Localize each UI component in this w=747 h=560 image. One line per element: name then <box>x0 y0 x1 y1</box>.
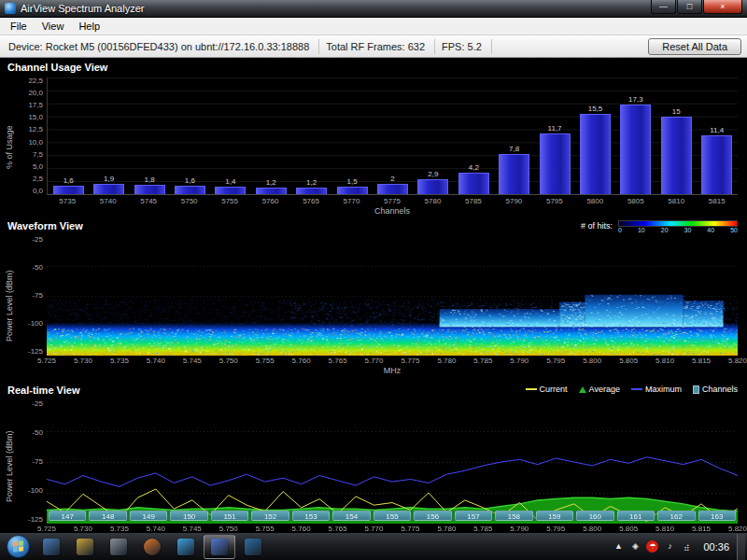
taskbar-app-browser[interactable] <box>136 535 168 559</box>
channel-tick-label: 5790 <box>496 197 531 205</box>
bar-value-label: 1,5 <box>346 177 357 186</box>
usage-bar-column: 15,5 <box>577 77 613 194</box>
channel-tick-label: 5760 <box>252 197 288 205</box>
tick-label: 5.735 <box>110 525 129 532</box>
reset-all-data-button[interactable]: Reset All Data <box>648 38 741 55</box>
channel-badge: 147 <box>49 511 86 521</box>
tick-label: 5.815 <box>692 357 711 365</box>
bar-value-label: 1,2 <box>266 178 276 187</box>
tick-label: -25 <box>32 400 43 408</box>
tick-label: -75 <box>32 292 43 300</box>
taskbar-app-1-icon <box>43 539 60 555</box>
menu-view[interactable]: View <box>35 19 72 34</box>
tick-label: 5.800 <box>583 357 601 365</box>
usage-bar-column: 17,3 <box>618 77 654 194</box>
waveform-spectrogram <box>47 236 738 356</box>
usage-bar <box>53 186 84 194</box>
realtime-chart: 1471481491501511521531541551561571581591… <box>47 400 738 524</box>
screen: AirView Spectrum Analyzer — □ × File Vie… <box>0 0 747 560</box>
usage-bar <box>377 184 408 194</box>
taskbar-app-4[interactable] <box>170 535 202 559</box>
channel-tick-label: 5740 <box>90 197 125 205</box>
tick-label: 7,5 <box>33 151 43 159</box>
tick-label: 5.800 <box>583 525 601 532</box>
system-tray: ▲◈☂♪⣴ <box>613 540 696 553</box>
tick-label: -100 <box>28 320 43 328</box>
realtime-y-axis-label: Power Level (dBm) <box>4 400 15 532</box>
channel-tick-label: 5745 <box>131 197 166 205</box>
tick-label: 5.785 <box>473 525 492 532</box>
realtime-y-ticks: -25-50-75-100-125 <box>15 400 47 524</box>
tick-label: 5.760 <box>292 357 311 365</box>
tray-network-icon[interactable]: ⣴ <box>681 540 692 553</box>
channel-badge: 158 <box>495 511 532 521</box>
start-button[interactable] <box>7 535 30 558</box>
usage-y-ticks: 22,520,017,515,012,510,07,55,02,50,0 <box>15 77 47 195</box>
realtime-legend: CurrentAverageMaximumChannels <box>526 385 738 394</box>
tray-avira-icon[interactable]: ☂ <box>646 540 658 553</box>
channel-badge: 160 <box>576 511 613 521</box>
tick-label: 5.805 <box>619 525 638 532</box>
taskbar-app-2-icon <box>77 539 93 555</box>
close-button[interactable]: × <box>703 0 742 14</box>
tick-label: 5.740 <box>147 357 165 365</box>
tick-label: 10 <box>638 227 645 234</box>
usage-bar <box>620 105 651 194</box>
tick-label: 5.775 <box>401 525 419 532</box>
tick-label: 5.810 <box>655 525 674 532</box>
tick-label: 5.770 <box>365 357 384 365</box>
tray-expand-icon[interactable]: ▲ <box>613 540 624 553</box>
hits-legend: # of hits: 01020304050 <box>581 220 738 234</box>
minimize-button[interactable]: — <box>651 0 676 14</box>
taskbar-app-airview-icon <box>211 539 228 555</box>
usage-bar <box>215 187 246 194</box>
tick-label: 5,0 <box>33 163 43 171</box>
tick-label: 15,0 <box>28 114 43 121</box>
channel-tick-label: 5750 <box>171 197 206 205</box>
channel-tick-label: 5785 <box>456 197 491 205</box>
usage-bar <box>540 133 571 194</box>
main-content: Channel Usage View % of Usage 22,520,017… <box>0 58 747 532</box>
usage-bar-column: 1,4 <box>213 77 248 194</box>
waveform-y-ticks: -25-50-75-100-125 <box>15 236 47 356</box>
usage-bar <box>701 135 732 194</box>
menu-file[interactable]: File <box>3 19 35 34</box>
tick-label: 17,5 <box>28 102 43 109</box>
taskbar-clock[interactable]: 00:36 <box>696 541 737 553</box>
usage-bar <box>580 114 611 194</box>
usage-bar-column: 7,8 <box>496 77 531 194</box>
usage-x-ticks: 5735574057455750575557605765577057755780… <box>47 195 738 205</box>
waveform-x-axis-label: MHz <box>47 365 738 376</box>
tick-label: 5.725 <box>37 525 56 532</box>
usage-bar <box>499 154 529 194</box>
tick-label: 5.765 <box>329 525 347 532</box>
usage-bar <box>175 186 205 194</box>
tick-label: 5.815 <box>692 525 711 532</box>
usage-bar <box>134 185 165 194</box>
statusbar: Device: Rocket M5 (00156DFED433) on ubnt… <box>0 35 747 58</box>
taskbar-app-2[interactable] <box>69 535 101 559</box>
bar-value-label: 1,6 <box>185 176 195 185</box>
tray-volume-icon[interactable]: ♪ <box>664 540 675 553</box>
tick-label: 5.770 <box>365 525 384 532</box>
menu-help[interactable]: Help <box>71 19 107 34</box>
channel-tick-label: 5770 <box>333 197 369 205</box>
show-desktop-button[interactable] <box>737 534 745 560</box>
maximize-button[interactable]: □ <box>677 0 702 14</box>
taskbar-app-1[interactable] <box>35 535 67 559</box>
tick-label: 22,5 <box>28 77 43 85</box>
bar-value-label: 1,9 <box>104 175 114 183</box>
taskbar-app-5[interactable] <box>237 535 269 559</box>
taskbar-app-3[interactable] <box>103 535 134 559</box>
airview-window-icon <box>5 3 16 14</box>
bar-value-label: 17,3 <box>628 95 643 104</box>
taskbar-app-airview[interactable] <box>204 535 235 559</box>
hits-scale-ticks: 01020304050 <box>618 227 738 234</box>
channel-tick-label: 5765 <box>293 197 329 205</box>
legend-item-channels: Channels <box>693 385 738 394</box>
tray-app-icon[interactable]: ◈ <box>629 540 641 553</box>
taskbar-apps <box>35 535 270 559</box>
tick-label: -75 <box>32 458 43 466</box>
tick-label: 5.735 <box>110 357 129 365</box>
bar-value-label: 1,4 <box>225 177 235 186</box>
